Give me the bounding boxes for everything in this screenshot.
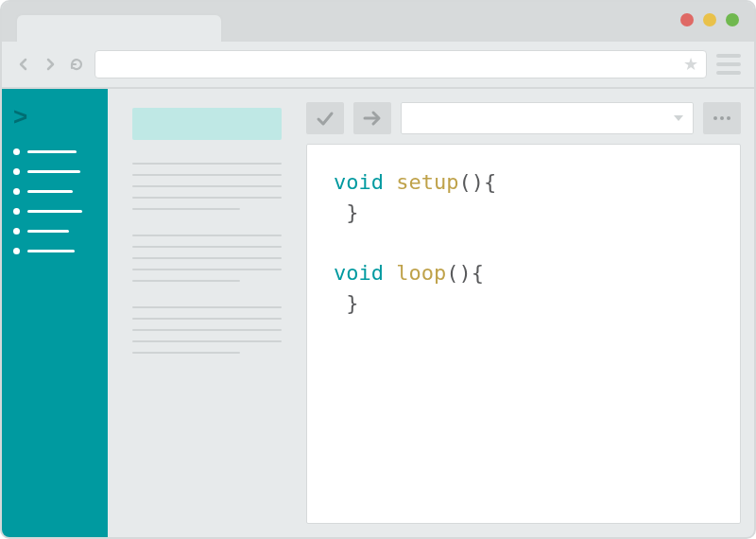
panel-section-3 — [132, 306, 282, 354]
reload-button[interactable] — [68, 56, 85, 73]
chevron-down-icon — [674, 115, 683, 121]
sidebar-item-label — [27, 250, 75, 252]
app-body: > — [2, 89, 754, 537]
panel-header-block — [132, 108, 282, 140]
bookmark-star-icon[interactable]: ★ — [683, 54, 698, 75]
bullet-icon — [13, 168, 20, 175]
code-line: void setup(){ — [334, 167, 713, 198]
sidebar-item-label — [27, 230, 69, 233]
board-select[interactable] — [401, 102, 694, 134]
code-editor[interactable]: void setup(){ } void loop(){ } — [306, 144, 741, 524]
sidebar-item[interactable] — [13, 228, 96, 235]
close-window-button[interactable] — [680, 13, 694, 26]
more-button[interactable] — [703, 102, 741, 134]
bullet-icon — [13, 148, 20, 155]
sidebar-item-label — [27, 170, 80, 173]
maximize-window-button[interactable] — [726, 13, 739, 26]
panel-section-2 — [132, 235, 282, 282]
code-line: void loop(){ — [334, 258, 713, 288]
sidebar-prompt-icon: > — [13, 102, 96, 131]
address-bar[interactable]: ★ — [94, 50, 707, 78]
sidebar-item[interactable] — [13, 148, 96, 155]
editor-area: void setup(){ } void loop(){ } — [306, 89, 754, 537]
side-panel — [108, 89, 306, 537]
bullet-icon — [13, 248, 20, 254]
forward-button[interactable] — [42, 56, 59, 73]
sidebar-item[interactable] — [13, 248, 96, 254]
code-line: } — [334, 198, 713, 228]
titlebar — [2, 2, 754, 42]
sidebar-item-label — [27, 150, 77, 153]
panel-section-1 — [132, 163, 282, 210]
menu-button[interactable] — [716, 54, 741, 75]
sidebar-item-label — [27, 210, 82, 213]
code-line: } — [334, 288, 713, 319]
bullet-icon — [13, 208, 20, 215]
sidebar: > — [2, 89, 108, 537]
verify-button[interactable] — [306, 102, 344, 134]
sidebar-item-label — [27, 190, 73, 193]
sidebar-item[interactable] — [13, 168, 96, 175]
sidebar-list — [13, 148, 96, 254]
navbar: ★ — [2, 42, 754, 89]
upload-button[interactable] — [353, 102, 391, 134]
editor-toolbar — [306, 102, 741, 134]
minimize-window-button[interactable] — [703, 13, 716, 26]
browser-tab[interactable] — [15, 13, 223, 42]
browser-window: ★ > — [0, 0, 756, 539]
sidebar-item[interactable] — [13, 188, 96, 195]
sidebar-item[interactable] — [13, 208, 96, 215]
bullet-icon — [13, 228, 20, 235]
bullet-icon — [13, 188, 20, 195]
back-button[interactable] — [15, 56, 32, 73]
code-blank-line — [334, 228, 713, 258]
window-controls — [680, 13, 739, 26]
